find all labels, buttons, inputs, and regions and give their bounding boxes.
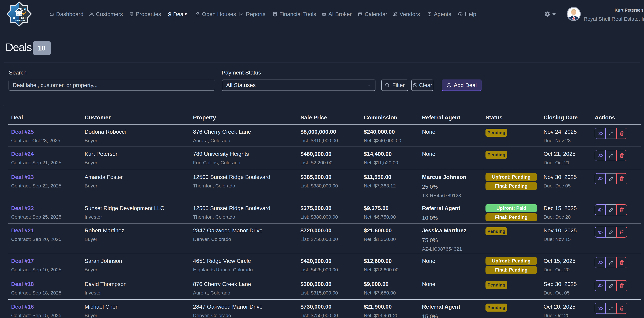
svg-text:LEDGER: LEDGER	[14, 19, 25, 22]
